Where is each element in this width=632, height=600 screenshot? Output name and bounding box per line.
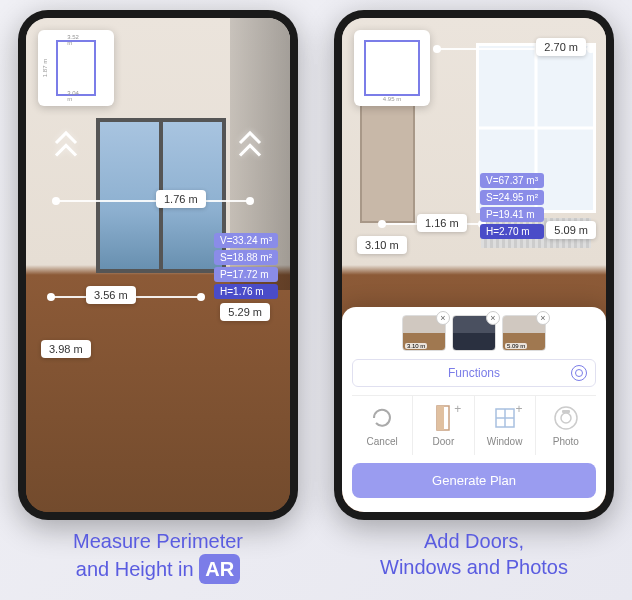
raise-right-icon[interactable] bbox=[235, 128, 265, 168]
minimap-top-label: 3.52 m bbox=[67, 34, 85, 46]
bottom-panel: × 3.10 m × × 5.09 m Functions bbox=[342, 307, 606, 512]
top-width-line bbox=[56, 200, 250, 202]
generate-plan-button[interactable]: Generate Plan bbox=[352, 463, 596, 498]
stat-volume: V=33.24 m³ bbox=[214, 233, 278, 248]
stat-height: H=1.76 m bbox=[214, 284, 278, 299]
ar-view-left[interactable]: 3.52 m 3.04 m 1.87 m 1.76 m 3.56 m 5.29 … bbox=[26, 18, 290, 512]
window-icon: + bbox=[491, 404, 519, 432]
ar-badge: AR bbox=[199, 554, 240, 584]
mid-width-badge: 1.16 m bbox=[417, 214, 467, 232]
photo-button[interactable]: Photo bbox=[536, 396, 596, 455]
stat-volume: V=67.37 m³ bbox=[480, 173, 544, 188]
right-depth-badge: 5.09 m bbox=[546, 221, 596, 239]
functions-row: Cancel + Door + Window bbox=[352, 395, 596, 455]
door-button[interactable]: + Door bbox=[413, 396, 474, 455]
stats-box: V=33.24 m³ S=18.88 m² P=17.72 m H=1.76 m bbox=[214, 233, 278, 301]
left-depth-badge: 3.98 m bbox=[41, 340, 91, 358]
thumbnail-label: 5.09 m bbox=[505, 343, 527, 349]
caption-right: Add Doors, Windows and Photos bbox=[380, 528, 568, 580]
cancel-button[interactable]: Cancel bbox=[352, 396, 413, 455]
ar-view-right[interactable]: 4.95 m 2.70 m 1.16 m 3.10 m 5.09 m V=67.… bbox=[342, 18, 606, 512]
top-width-badge: 2.70 m bbox=[536, 38, 586, 56]
phone-left: 3.52 m 3.04 m 1.87 m 1.76 m 3.56 m 5.29 … bbox=[18, 10, 298, 520]
minimap-side-label: 1.87 m bbox=[42, 59, 48, 77]
caption-left: Measure Perimeter and Height in AR bbox=[73, 528, 243, 584]
right-depth-badge: 5.29 m bbox=[220, 303, 270, 321]
door-icon: + bbox=[429, 404, 457, 432]
thumb-close-icon[interactable]: × bbox=[486, 311, 500, 325]
stat-perimeter: P=17.72 m bbox=[214, 267, 278, 282]
svg-rect-7 bbox=[562, 410, 570, 413]
thumbnail[interactable]: × 3.10 m bbox=[402, 315, 446, 351]
thumbnail[interactable]: × bbox=[452, 315, 496, 351]
svg-point-6 bbox=[561, 413, 571, 423]
minimap-bottom-label: 4.95 m bbox=[383, 96, 401, 102]
mid-width-badge: 3.56 m bbox=[86, 286, 136, 304]
window-button[interactable]: + Window bbox=[475, 396, 536, 455]
thumbnail-label: 3.10 m bbox=[405, 343, 427, 349]
minimap[interactable]: 3.52 m 3.04 m 1.87 m bbox=[38, 30, 114, 106]
stat-area: S=18.88 m² bbox=[214, 250, 278, 265]
raise-left-icon[interactable] bbox=[51, 128, 81, 168]
cancel-icon bbox=[368, 404, 396, 432]
thumb-close-icon[interactable]: × bbox=[436, 311, 450, 325]
functions-bar: Functions bbox=[352, 359, 596, 387]
svg-rect-1 bbox=[437, 406, 444, 430]
minimap-bottom-label: 3.04 m bbox=[67, 90, 85, 102]
stats-box: V=67.37 m³ S=24.95 m² P=19.41 m H=2.70 m bbox=[480, 173, 544, 241]
functions-title: Functions bbox=[448, 366, 500, 380]
minimap[interactable]: 4.95 m bbox=[354, 30, 430, 106]
top-width-badge: 1.76 m bbox=[156, 190, 206, 208]
thumbnails-row: × 3.10 m × × 5.09 m bbox=[352, 315, 596, 351]
camera-icon bbox=[552, 404, 580, 432]
phone-right: 4.95 m 2.70 m 1.16 m 3.10 m 5.09 m V=67.… bbox=[334, 10, 614, 520]
stat-height: H=2.70 m bbox=[480, 224, 544, 239]
stat-area: S=24.95 m² bbox=[480, 190, 544, 205]
thumb-close-icon[interactable]: × bbox=[536, 311, 550, 325]
settings-icon[interactable] bbox=[571, 365, 587, 381]
thumbnail[interactable]: × 5.09 m bbox=[502, 315, 546, 351]
left-height-badge: 3.10 m bbox=[357, 236, 407, 254]
stat-perimeter: P=19.41 m bbox=[480, 207, 544, 222]
